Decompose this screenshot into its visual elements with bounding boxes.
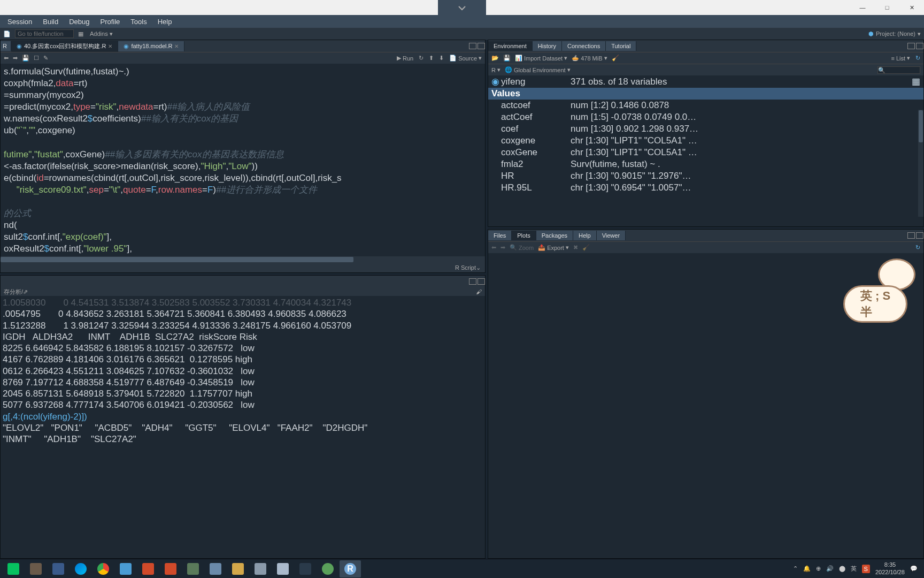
- menu-session[interactable]: Session: [2, 18, 37, 26]
- menu-build[interactable]: Build: [37, 18, 64, 26]
- addins-dropdown[interactable]: Addins ▾: [90, 31, 113, 37]
- source-button[interactable]: 📄 Source ▾: [449, 55, 482, 62]
- notch-dropdown[interactable]: [438, 0, 486, 16]
- env-data-row[interactable]: ◉ yifeng 371 obs. of 18 variables ▦: [488, 75, 923, 88]
- menu-tools[interactable]: Tools: [125, 18, 152, 26]
- env-search-input[interactable]: [877, 66, 920, 74]
- tab-tutorial[interactable]: Tutorial: [606, 41, 636, 51]
- env-scrollbar[interactable]: [918, 110, 923, 217]
- code-editor[interactable]: s.formula(Surv(futime,fustat)~.)coxph(fm…: [1, 64, 485, 256]
- tray-network-icon[interactable]: ⊕: [816, 565, 821, 572]
- clear-plots-icon[interactable]: 🧹: [582, 244, 590, 251]
- task-app-6[interactable]: [115, 560, 136, 577]
- menu-profile[interactable]: Profile: [95, 18, 125, 26]
- tray-notif-icon[interactable]: 🔔: [803, 565, 811, 572]
- list-view-button[interactable]: ≡ List ▾: [891, 55, 910, 62]
- tab-plots[interactable]: Plots: [512, 231, 536, 240]
- task-chrome[interactable]: [93, 560, 114, 577]
- editor-tab-1[interactable]: ◉ 40.多因素cox回归和模型构建.R ✕: [11, 41, 118, 52]
- task-app-7[interactable]: [137, 560, 159, 577]
- minimize-pane-icon[interactable]: [907, 232, 915, 239]
- rerun-icon[interactable]: ↻: [419, 55, 424, 62]
- maximize-pane-icon[interactable]: [478, 278, 485, 285]
- maximize-button[interactable]: □: [875, 0, 899, 15]
- project-selector[interactable]: ⬢ Project: (None) ▾: [868, 31, 921, 37]
- tray-lang[interactable]: 英: [851, 565, 857, 573]
- task-app-9[interactable]: [182, 560, 204, 577]
- maximize-pane-icon[interactable]: [916, 232, 923, 239]
- task-wechat[interactable]: [3, 560, 24, 577]
- task-edge[interactable]: [70, 560, 91, 577]
- env-value-row[interactable]: actcoefnum [1:2] 0.1486 0.0878: [488, 100, 923, 111]
- maximize-pane-icon[interactable]: [916, 43, 923, 49]
- tab-help[interactable]: Help: [573, 231, 597, 240]
- tab-packages[interactable]: Packages: [536, 231, 573, 240]
- task-app-15[interactable]: [317, 560, 338, 577]
- task-app-11[interactable]: [227, 560, 249, 577]
- tab-files[interactable]: Files: [488, 231, 512, 240]
- editor-h-scrollbar[interactable]: [1, 256, 485, 263]
- broom-icon[interactable]: 🧹: [612, 55, 619, 62]
- console-output[interactable]: 1.0058030 0 4.541531 3.513874 3.502583 5…: [1, 296, 485, 558]
- env-value-row[interactable]: coxgenechr [1:30] "LIPT1" "COL5A1" …: [488, 135, 923, 147]
- r-dropdown[interactable]: R ▾: [491, 66, 500, 73]
- global-env-dropdown[interactable]: 🌐 Global Environment ▾: [505, 66, 571, 73]
- next-plot-icon[interactable]: ➡: [500, 244, 505, 251]
- tab-environment[interactable]: Environment: [488, 41, 533, 51]
- env-value-row[interactable]: HR.95Lchr [1:30] "0.6954" "1.0057"…: [488, 182, 923, 194]
- env-value-row[interactable]: HRchr [1:30] "0.9015" "1.2976"…: [488, 170, 923, 182]
- env-value-row[interactable]: coefnum [1:30] 0.902 1.298 0.937…: [488, 123, 923, 135]
- editor-tab-2[interactable]: ◉ fatty18.model.R ✕: [118, 41, 184, 51]
- zoom-button[interactable]: 🔍 Zoom: [510, 244, 534, 251]
- clear-console-icon[interactable]: 🖌: [476, 288, 482, 295]
- env-value-row[interactable]: actCoefnum [1:5] -0.0738 0.0749 0.0…: [488, 111, 923, 123]
- minimize-pane-icon[interactable]: [469, 278, 476, 285]
- import-dataset-button[interactable]: 📊 Import Dataset ▾: [515, 55, 567, 62]
- memory-indicator[interactable]: 🥧 478 MiB ▾: [572, 55, 607, 62]
- task-wps[interactable]: [160, 560, 181, 577]
- tab-history[interactable]: History: [533, 41, 562, 51]
- tray-app-icon[interactable]: ⬤: [839, 565, 845, 572]
- task-app-14[interactable]: [295, 560, 316, 577]
- save-icon[interactable]: 💾: [22, 55, 29, 62]
- tray-clock[interactable]: 8:35 2022/10/28: [875, 561, 905, 575]
- forward-icon[interactable]: ➡: [13, 55, 18, 62]
- task-app-3[interactable]: [48, 560, 69, 577]
- refresh-icon[interactable]: ↻: [915, 55, 920, 62]
- task-app-2[interactable]: [25, 560, 47, 577]
- tab-connections[interactable]: Connections: [562, 41, 606, 51]
- close-icon[interactable]: ✕: [108, 43, 112, 49]
- task-app-10[interactable]: [205, 560, 226, 577]
- close-icon[interactable]: ✕: [174, 43, 179, 49]
- env-value-row[interactable]: fmla2Surv(futime, fustat) ~ .: [488, 158, 923, 170]
- tray-chevron-icon[interactable]: ⌃: [793, 565, 798, 572]
- down-icon[interactable]: ⬇: [439, 55, 444, 62]
- menu-help[interactable]: Help: [152, 18, 178, 26]
- menu-debug[interactable]: Debug: [64, 18, 95, 26]
- tab-viewer[interactable]: Viewer: [597, 231, 626, 240]
- task-rstudio[interactable]: R: [340, 560, 361, 577]
- minimize-button[interactable]: —: [850, 0, 875, 15]
- env-value-row[interactable]: coxGenechr [1:30] "LIPT1" "COL5A1" …: [488, 147, 923, 158]
- grid-icon[interactable]: ▦: [78, 31, 83, 37]
- maximize-pane-icon[interactable]: [478, 43, 485, 49]
- run-button[interactable]: ▶ Run: [397, 55, 413, 62]
- task-app-12[interactable]: [250, 560, 271, 577]
- show-doc-icon[interactable]: ☐: [34, 55, 39, 62]
- refresh-icon[interactable]: ↻: [915, 244, 920, 251]
- wand-icon[interactable]: ✎: [43, 55, 48, 62]
- goto-input[interactable]: [15, 29, 74, 38]
- prev-plot-icon[interactable]: ⬅: [491, 244, 496, 251]
- tray-ime-icon[interactable]: S: [862, 565, 870, 573]
- export-button[interactable]: 📤 Export ▾: [538, 244, 569, 251]
- expand-icon[interactable]: ▦: [912, 76, 920, 87]
- tray-volume-icon[interactable]: 🔊: [826, 565, 834, 572]
- back-icon[interactable]: ⬅: [4, 55, 9, 62]
- up-icon[interactable]: ⬆: [429, 55, 434, 62]
- save-icon[interactable]: 💾: [503, 55, 511, 62]
- close-button[interactable]: ✕: [899, 0, 924, 15]
- minimize-pane-icon[interactable]: [907, 43, 915, 49]
- tray-action-center-icon[interactable]: 💬: [910, 565, 918, 572]
- remove-plot-icon[interactable]: ✖: [573, 244, 578, 251]
- minimize-pane-icon[interactable]: [469, 43, 476, 49]
